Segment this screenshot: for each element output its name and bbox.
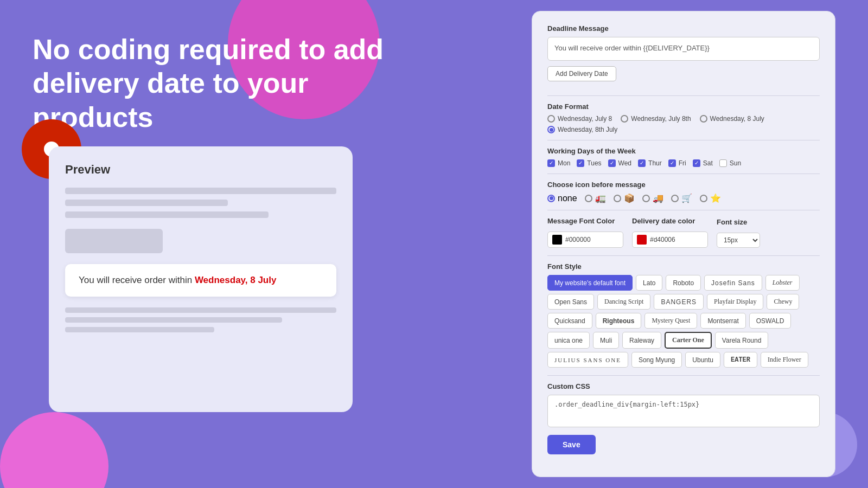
preview-line-3	[65, 211, 269, 218]
checkbox-wed	[608, 159, 616, 167]
font-btn-mystery[interactable]: Mystery Quest	[644, 313, 697, 329]
working-day-fri[interactable]: Fri	[668, 159, 686, 167]
font-btn-ubuntu[interactable]: Ubuntu	[685, 352, 720, 368]
font-btn-dancing[interactable]: Dancing Script	[597, 294, 650, 310]
checkbox-mon	[547, 159, 555, 167]
preview-lines	[65, 188, 336, 218]
preview-line-2	[65, 200, 228, 206]
bg-circle-bottom-left	[0, 412, 108, 488]
date-format-option-2[interactable]: Wednesday, 8 July	[700, 115, 764, 123]
preview-bottom-line-1	[65, 307, 336, 313]
font-btn-unica[interactable]: unica one	[547, 332, 590, 349]
color-row: Message Font Color #000000 Delivery date…	[547, 217, 820, 248]
preview-button-placeholder	[65, 229, 163, 253]
radio-dot-3	[547, 126, 555, 133]
icon-radio-box	[614, 195, 621, 202]
font-btn-eater[interactable]: EATER	[724, 352, 757, 368]
preview-delivery-date: Wednesday, 8 July	[195, 275, 277, 285]
font-color-field: Message Font Color #000000	[547, 217, 623, 248]
preview-card: Preview You will receive order within We…	[49, 146, 353, 412]
working-day-wed[interactable]: Wed	[608, 159, 631, 167]
font-btn-josefin[interactable]: Josefin Sans	[704, 275, 762, 291]
custom-css-input[interactable]: .order_deadline_div{margin-left:15px}	[547, 395, 820, 427]
checkbox-thur	[638, 159, 646, 167]
font-color-swatch	[552, 235, 562, 245]
font-btn-bangers[interactable]: BANGERS	[654, 294, 704, 310]
font-btn-righteous[interactable]: Righteous	[596, 313, 642, 329]
deadline-message-label: Deadline Message	[547, 24, 820, 33]
divider-6	[547, 375, 820, 376]
save-button[interactable]: Save	[547, 435, 596, 454]
working-day-thur[interactable]: Thur	[638, 159, 662, 167]
font-btn-raleway[interactable]: Raleway	[622, 332, 661, 349]
left-section: No coding required to add delivery date …	[33, 33, 412, 156]
deadline-message-input[interactable]: You will receive order within {{DELIVERY…	[547, 37, 820, 61]
working-days-label: Working Days of the Week	[547, 147, 820, 155]
font-btn-muli[interactable]: Muli	[593, 332, 619, 349]
checkbox-sun	[719, 159, 727, 167]
checkbox-sat	[693, 159, 700, 167]
working-day-tues[interactable]: Tues	[577, 159, 601, 167]
icon-selector-group: none 🚛 📦 🚚 🛒 ⭐	[547, 193, 820, 203]
date-format-label: Date Format	[547, 102, 820, 111]
font-color-input[interactable]: #000000	[547, 232, 623, 248]
icon-none[interactable]: none	[547, 194, 577, 203]
icon-radio-none	[547, 195, 555, 202]
divider-2	[547, 140, 820, 140]
font-btn-indie[interactable]: Indie Flower	[761, 352, 808, 368]
date-format-group: Wednesday, July 8 Wednesday, July 8th We…	[547, 115, 820, 133]
font-size-select[interactable]: 10px11px12px13px 14px15px16px17px 18px20…	[717, 233, 760, 248]
font-btn-carter[interactable]: Carter One	[665, 332, 712, 349]
icon-cart[interactable]: 🛒	[671, 193, 692, 203]
preview-bottom-line-3	[65, 327, 214, 332]
font-size-field: Font size 10px11px12px13px 14px15px16px1…	[717, 218, 760, 248]
working-day-mon[interactable]: Mon	[547, 159, 570, 167]
font-btn-varela[interactable]: Varela Round	[715, 332, 769, 349]
font-btn-opensans[interactable]: Open Sans	[547, 294, 594, 310]
font-btn-lato[interactable]: Lato	[636, 275, 662, 291]
working-day-sat[interactable]: Sat	[693, 159, 713, 167]
delivery-color-label: Delivery date color	[632, 217, 708, 225]
icon-box[interactable]: 📦	[614, 193, 635, 203]
font-color-label: Message Font Color	[547, 217, 623, 225]
custom-css-label: Custom CSS	[547, 382, 820, 390]
checkbox-tues	[577, 159, 584, 167]
preview-message-static: You will receive order within	[79, 275, 195, 285]
icon-truck2[interactable]: 🚚	[642, 193, 663, 203]
font-btn-lobster[interactable]: Lobster	[765, 275, 800, 291]
delivery-color-value: #d40006	[650, 236, 675, 243]
divider-1	[547, 95, 820, 96]
icon-radio-cart	[671, 195, 679, 202]
font-btn-roboto[interactable]: Roboto	[666, 275, 701, 291]
preview-bottom-line-2	[65, 317, 282, 323]
font-style-label: Font Style	[547, 262, 820, 271]
font-btn-quicksand[interactable]: Quicksand	[547, 313, 592, 329]
divider-4	[547, 210, 820, 210]
icon-star[interactable]: ⭐	[700, 193, 721, 203]
delivery-color-swatch	[637, 235, 647, 245]
icon-radio-truck2	[642, 195, 650, 202]
checkbox-fri	[668, 159, 676, 167]
font-btn-song[interactable]: Song Myung	[631, 352, 682, 368]
add-delivery-date-button[interactable]: Add Delivery Date	[547, 66, 616, 81]
working-day-sun[interactable]: Sun	[719, 159, 741, 167]
date-format-option-3[interactable]: Wednesday, 8th July	[547, 126, 617, 133]
font-btn-julius[interactable]: JULIUS SANS ONE	[547, 352, 628, 368]
icon-truck1[interactable]: 🚛	[585, 193, 606, 203]
font-size-label: Font size	[717, 218, 760, 226]
icon-radio-star	[700, 195, 707, 202]
font-btn-default[interactable]: My website's default font	[547, 275, 633, 291]
font-btn-playfair[interactable]: Playfair Display	[707, 294, 763, 310]
date-format-option-0[interactable]: Wednesday, July 8	[547, 115, 612, 123]
font-btn-chewy[interactable]: Chewy	[767, 294, 799, 310]
headline: No coding required to add delivery date …	[33, 33, 412, 134]
delivery-color-input[interactable]: #d40006	[632, 232, 708, 248]
font-btn-oswald[interactable]: Oswald	[749, 313, 792, 329]
date-format-option-1[interactable]: Wednesday, July 8th	[621, 115, 691, 123]
working-days-group: Mon Tues Wed Thur Fri Sat Sun	[547, 159, 820, 167]
radio-dot-1	[621, 115, 628, 123]
preview-line-1	[65, 188, 336, 194]
preview-title: Preview	[65, 163, 336, 177]
font-btn-montserrat[interactable]: Montserrat	[700, 313, 745, 329]
preview-message-box: You will receive order within Wednesday,…	[65, 264, 336, 297]
